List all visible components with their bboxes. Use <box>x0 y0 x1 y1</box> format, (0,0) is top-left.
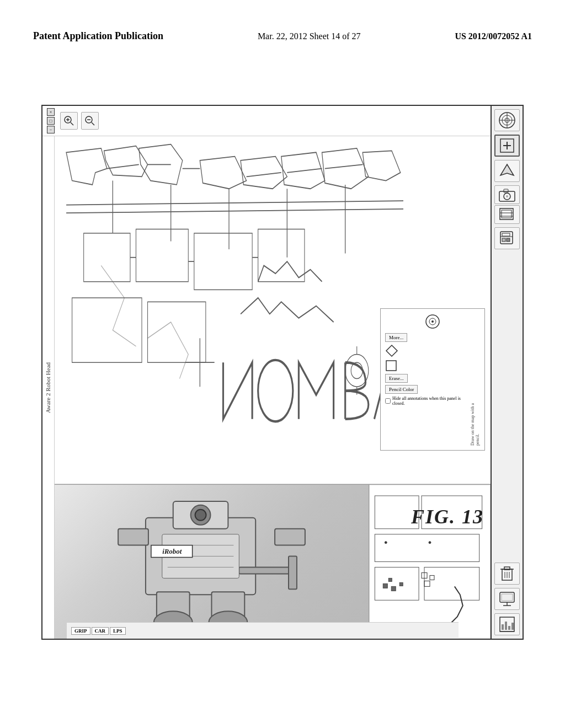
delete-icon[interactable] <box>494 563 520 585</box>
lps-badge: LPS <box>110 627 126 635</box>
svg-line-48 <box>247 173 281 176</box>
svg-point-111 <box>429 542 431 544</box>
svg-rect-27 <box>507 238 510 242</box>
top-toolbar: × □ − <box>42 106 523 136</box>
window-controls: × □ − <box>47 108 55 133</box>
grip-badge: GRIP <box>71 627 90 635</box>
svg-rect-41 <box>505 622 507 630</box>
more-button[interactable]: More... <box>385 333 407 342</box>
restore-button[interactable]: − <box>47 126 55 133</box>
car-badge: CAR <box>92 627 109 635</box>
svg-rect-31 <box>504 567 510 570</box>
panel-more-row: More... <box>385 333 480 342</box>
hide-annotations-checkbox[interactable]: Hide all annotations when this panel is … <box>385 396 468 406</box>
page-header: Patent Application Publication Mar. 22, … <box>33 30 532 42</box>
svg-point-110 <box>385 542 387 544</box>
svg-rect-61 <box>258 229 305 281</box>
publication-number: US 2012/0072052 A1 <box>455 31 532 41</box>
camera-icon[interactable] <box>494 185 520 204</box>
panel-color-row: Pencil Color <box>385 385 480 394</box>
erase-button[interactable]: Erase... <box>385 374 408 383</box>
zoom-in-button[interactable] <box>60 112 78 130</box>
svg-rect-40 <box>502 624 504 630</box>
figure-label: FIG. 13 <box>411 505 484 528</box>
svg-line-1 <box>71 122 73 125</box>
svg-rect-18 <box>504 189 508 192</box>
svg-rect-42 <box>508 626 510 630</box>
main-content: More... Erase... <box>55 136 491 639</box>
svg-line-52 <box>66 209 403 213</box>
svg-rect-80 <box>118 529 148 545</box>
annotation-panel: More... Erase... <box>380 308 485 451</box>
svg-point-67 <box>258 360 293 421</box>
camera-view: iRobot <box>55 485 369 639</box>
svg-rect-28 <box>502 233 510 236</box>
minimize-button[interactable]: □ <box>47 117 55 125</box>
left-sidebar-label: Aware 2 Robot Head <box>42 136 55 639</box>
svg-line-49 <box>287 169 322 173</box>
robot-svg: iRobot <box>55 485 369 639</box>
svg-point-70 <box>345 355 369 387</box>
svg-line-5 <box>92 122 94 125</box>
svg-marker-15 <box>500 164 514 175</box>
svg-rect-21 <box>502 210 511 218</box>
svg-rect-105 <box>399 582 403 586</box>
navigate-icon[interactable] <box>494 160 520 182</box>
svg-line-50 <box>325 164 363 168</box>
svg-rect-65 <box>72 298 142 362</box>
pencil-color-button[interactable]: Pencil Color <box>385 385 418 394</box>
status-badges-group: GRIP CAR LPS <box>71 627 126 635</box>
panel-instructions: Draw on the map with a pencil. <box>470 396 480 446</box>
svg-point-76 <box>431 320 434 323</box>
svg-rect-78 <box>386 361 396 371</box>
panel-diamond-row <box>385 344 480 357</box>
figure-container: × □ − Aware 2 Robot Head <box>41 105 524 640</box>
panel-erase-row: Erase... <box>385 374 480 383</box>
svg-rect-59 <box>136 229 188 281</box>
panel-square-row <box>385 360 480 372</box>
svg-line-51 <box>66 201 403 205</box>
svg-rect-43 <box>511 623 514 630</box>
svg-rect-106 <box>388 578 392 581</box>
svg-point-88 <box>195 510 206 521</box>
svg-line-45 <box>107 164 139 168</box>
chart-icon[interactable] <box>494 613 520 635</box>
zoom-out-button[interactable] <box>81 112 99 130</box>
layers-icon[interactable] <box>494 205 520 224</box>
svg-rect-104 <box>391 586 396 591</box>
svg-text:iRobot: iRobot <box>162 547 182 555</box>
radar-icon[interactable] <box>494 109 520 131</box>
svg-marker-77 <box>386 345 397 356</box>
rectangle-icon <box>385 360 397 372</box>
svg-rect-103 <box>383 584 387 588</box>
publication-title: Patent Application Publication <box>33 30 163 42</box>
svg-rect-89 <box>239 567 294 574</box>
sensor-icon <box>424 313 441 330</box>
robot-camera-image: iRobot <box>55 485 369 639</box>
paint-icon[interactable] <box>494 227 520 249</box>
svg-rect-58 <box>84 233 130 282</box>
svg-rect-60 <box>194 233 252 290</box>
svg-rect-26 <box>502 238 505 242</box>
right-toolbar <box>491 106 523 639</box>
close-button[interactable]: × <box>47 108 55 116</box>
map-area[interactable]: More... Erase... <box>55 136 491 484</box>
diamond-icon <box>385 344 398 357</box>
add-waypoint-button[interactable] <box>494 135 520 157</box>
publication-date: Mar. 22, 2012 Sheet 14 of 27 <box>258 31 361 41</box>
bottom-bar: GRIP CAR LPS <box>67 622 459 639</box>
svg-point-19 <box>506 195 508 197</box>
svg-rect-81 <box>275 529 305 545</box>
svg-rect-38 <box>502 594 513 601</box>
svg-rect-90 <box>289 556 297 590</box>
display-icon[interactable] <box>494 588 520 610</box>
